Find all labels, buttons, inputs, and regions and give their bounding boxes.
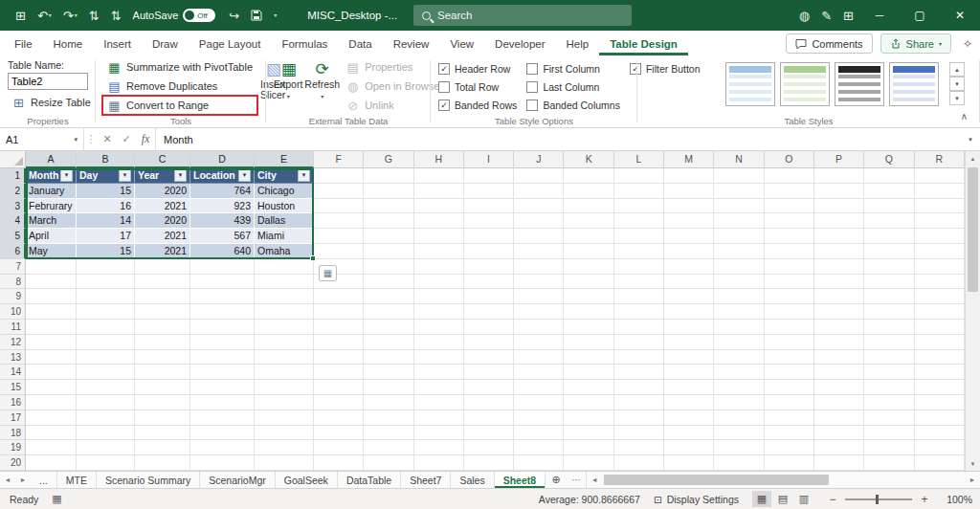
cell-K13[interactable] bbox=[564, 350, 613, 365]
cell-I3[interactable] bbox=[464, 199, 514, 214]
cell-K20[interactable] bbox=[564, 455, 613, 471]
new-sheet-button[interactable]: ⊕ bbox=[546, 472, 567, 488]
cell-M3[interactable] bbox=[664, 199, 714, 214]
cell-N9[interactable] bbox=[714, 289, 764, 304]
confirm-entry-button[interactable]: ✓ bbox=[117, 128, 136, 150]
cell-J17[interactable] bbox=[514, 410, 564, 426]
cell-L5[interactable] bbox=[614, 229, 664, 244]
sheet-tab-sales[interactable]: Sales bbox=[451, 472, 494, 488]
cell-H2[interactable] bbox=[414, 184, 464, 199]
cell-B1[interactable]: Day▼ bbox=[77, 168, 135, 184]
cell-F20[interactable] bbox=[314, 455, 364, 471]
cell-L7[interactable] bbox=[614, 259, 664, 275]
cell-I12[interactable] bbox=[464, 335, 514, 350]
editing-mode-button[interactable]: ✎ bbox=[815, 10, 837, 22]
cell-O2[interactable] bbox=[765, 184, 814, 199]
cell-I17[interactable] bbox=[464, 410, 514, 426]
display-settings-button[interactable]: ⊡ Display Settings bbox=[654, 494, 739, 505]
ribbon-extra-button[interactable]: ✧ bbox=[959, 37, 976, 51]
ribbon-tab-formulas[interactable]: Formulas bbox=[271, 33, 338, 55]
search-box[interactable]: Search bbox=[413, 5, 632, 26]
cell-C6[interactable]: 2021 bbox=[135, 244, 190, 259]
cell-C4[interactable]: 2020 bbox=[135, 213, 190, 229]
column-header-L[interactable]: L bbox=[614, 151, 664, 168]
cell-C7[interactable] bbox=[135, 259, 190, 275]
cell-B16[interactable] bbox=[77, 395, 135, 410]
row-header-16[interactable]: 16 bbox=[0, 395, 26, 410]
cell-A18[interactable] bbox=[26, 426, 77, 441]
column-header-P[interactable]: P bbox=[814, 151, 864, 168]
cell-L10[interactable] bbox=[614, 304, 664, 320]
excel-app-icon[interactable]: ⊞ bbox=[10, 10, 32, 22]
column-header-C[interactable]: C bbox=[135, 151, 190, 168]
repeat-button[interactable]: ↪ bbox=[223, 10, 245, 22]
cell-Q15[interactable] bbox=[864, 380, 914, 395]
column-header-J[interactable]: J bbox=[514, 151, 564, 168]
quick-analysis-button[interactable]: ▦ bbox=[319, 265, 337, 281]
cell-H1[interactable] bbox=[414, 168, 464, 184]
cell-R15[interactable] bbox=[915, 380, 965, 395]
cell-M17[interactable] bbox=[664, 410, 714, 426]
cell-D10[interactable] bbox=[190, 304, 255, 320]
cell-E14[interactable] bbox=[255, 365, 314, 380]
cell-Q17[interactable] bbox=[864, 410, 914, 426]
cell-O1[interactable] bbox=[765, 168, 814, 184]
row-header-8[interactable]: 8 bbox=[0, 275, 26, 290]
cell-I8[interactable] bbox=[464, 275, 514, 290]
cell-B5[interactable]: 17 bbox=[77, 229, 135, 244]
ribbon-tab-home[interactable]: Home bbox=[43, 33, 94, 55]
cell-C19[interactable] bbox=[135, 440, 190, 455]
cell-F15[interactable] bbox=[314, 380, 364, 395]
ribbon-tab-file[interactable]: File bbox=[4, 33, 43, 55]
column-header-B[interactable]: B bbox=[77, 151, 135, 168]
cell-B18[interactable] bbox=[77, 426, 135, 441]
cell-M1[interactable] bbox=[664, 168, 714, 184]
cell-J19[interactable] bbox=[514, 440, 564, 455]
cell-O17[interactable] bbox=[765, 410, 814, 426]
cell-F11[interactable] bbox=[314, 320, 364, 335]
row-header-20[interactable]: 20 bbox=[0, 455, 26, 471]
cell-C16[interactable] bbox=[135, 395, 190, 410]
cell-I15[interactable] bbox=[464, 380, 514, 395]
cell-J13[interactable] bbox=[514, 350, 564, 365]
cell-A17[interactable] bbox=[26, 410, 77, 426]
column-header-K[interactable]: K bbox=[564, 151, 613, 168]
cell-B20[interactable] bbox=[77, 455, 135, 471]
cell-M15[interactable] bbox=[664, 380, 714, 395]
cell-G4[interactable] bbox=[364, 213, 413, 229]
sheet-tab-scenariomgr[interactable]: ScenarioMgr bbox=[200, 472, 276, 488]
cell-N12[interactable] bbox=[714, 335, 764, 350]
vertical-scroll-thumb[interactable] bbox=[968, 167, 978, 292]
cell-R7[interactable] bbox=[915, 259, 965, 275]
cell-E3[interactable]: Houston bbox=[255, 199, 314, 214]
cell-L12[interactable] bbox=[614, 335, 664, 350]
cell-F10[interactable] bbox=[314, 304, 364, 320]
cell-P17[interactable] bbox=[814, 410, 864, 426]
row-header-15[interactable]: 15 bbox=[0, 380, 26, 395]
row-header-12[interactable]: 12 bbox=[0, 335, 26, 350]
cell-O11[interactable] bbox=[765, 320, 814, 335]
cell-O5[interactable] bbox=[765, 229, 814, 244]
cell-C14[interactable] bbox=[135, 365, 190, 380]
sheet-tab-overflow[interactable]: ... bbox=[31, 472, 57, 488]
cell-A12[interactable] bbox=[26, 335, 77, 350]
cell-G20[interactable] bbox=[364, 455, 413, 471]
cell-I1[interactable] bbox=[464, 168, 514, 184]
styles-scroll-down-button[interactable]: ▼ bbox=[949, 77, 965, 91]
insert-function-button[interactable]: fx bbox=[136, 128, 155, 150]
cell-C20[interactable] bbox=[135, 455, 190, 471]
cell-R13[interactable] bbox=[915, 350, 965, 365]
cell-H13[interactable] bbox=[414, 350, 464, 365]
row-header-1[interactable]: 1 bbox=[0, 168, 26, 184]
cell-F5[interactable] bbox=[314, 229, 364, 244]
cell-D3[interactable]: 923 bbox=[190, 199, 255, 214]
column-header-G[interactable]: G bbox=[364, 151, 413, 168]
cell-Q16[interactable] bbox=[864, 395, 914, 410]
cell-J7[interactable] bbox=[514, 259, 564, 275]
cell-O6[interactable] bbox=[765, 244, 814, 259]
column-header-A[interactable]: A bbox=[26, 151, 77, 168]
cell-C13[interactable] bbox=[135, 350, 190, 365]
cell-G9[interactable] bbox=[364, 289, 413, 304]
cell-R18[interactable] bbox=[915, 426, 965, 441]
table-style-blue-light[interactable] bbox=[725, 62, 775, 106]
